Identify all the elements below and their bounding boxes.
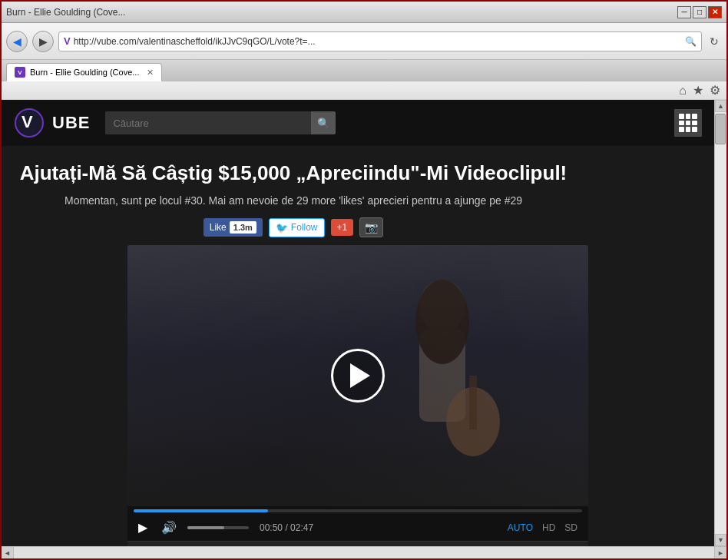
svg-point-4 <box>415 280 469 364</box>
volume-slider[interactable] <box>187 526 249 529</box>
instagram-button[interactable]: 📷 <box>359 217 383 237</box>
play-triangle-icon <box>350 363 370 388</box>
time-total: 02:47 <box>290 522 313 533</box>
logo-container: V UBE <box>14 108 90 138</box>
svg-rect-6 <box>469 376 477 429</box>
grid-dot <box>692 127 697 132</box>
social-buttons: Like 1.3m 🐦 Follow +1 📷 <box>17 217 570 237</box>
twitter-bird-icon: 🐦 <box>276 222 288 234</box>
site-header: V UBE 🔍 <box>2 100 714 146</box>
address-bar[interactable]: V http://vube.com/valentinascheffold/ikJ… <box>58 31 702 51</box>
promo-subtitle: Momentan, sunt pe locul #30. Mai am nevo… <box>17 194 570 207</box>
address-search-icon[interactable]: 🔍 <box>685 36 697 47</box>
grid-dot <box>679 114 684 119</box>
vertical-scrollbar: ▲ ▼ <box>714 100 726 546</box>
progress-bar-container <box>127 506 588 514</box>
page-content: V UBE 🔍 <box>2 100 714 546</box>
star-icon[interactable]: ★ <box>693 83 703 98</box>
quality-sd-button[interactable]: SD <box>561 521 581 535</box>
quality-hd-button[interactable]: HD <box>539 521 558 535</box>
settings-icon[interactable]: ⚙ <box>710 83 720 98</box>
forward-button[interactable]: ▶ <box>32 31 54 52</box>
grid-dot <box>692 121 697 126</box>
promo-section: Ajutați-Mă Să Câștig $15,000 „Apreciindu… <box>2 146 585 245</box>
scroll-up-arrow[interactable]: ▲ <box>715 100 726 112</box>
volume-button[interactable]: 🔊 <box>158 519 180 536</box>
scroll-right-arrow[interactable]: ► <box>714 547 726 558</box>
main-content-area: V UBE 🔍 <box>2 100 726 546</box>
grid-dot <box>692 114 697 119</box>
logo-svg: V <box>14 108 52 138</box>
instagram-icon: 📷 <box>365 221 378 234</box>
search-button[interactable]: 🔍 <box>311 111 336 134</box>
bookmark-icons: ⌂ ★ ⚙ <box>679 83 720 98</box>
scroll-thumb[interactable] <box>715 114 726 144</box>
video-player: ▶ 🔊 00:50 / 02:47 AUTO HD <box>127 245 588 546</box>
video-action-bar: 👍 👎 💬 ♥ <box>127 541 588 546</box>
active-tab[interactable]: V Burn - Ellie Goulding (Cove... ✕ <box>6 63 162 81</box>
tab-bar: V Burn - Ellie Goulding (Cove... ✕ <box>2 60 726 81</box>
refresh-button[interactable]: ↻ <box>706 34 722 49</box>
fb-like-label: Like <box>210 222 227 233</box>
address-bar-icon: V <box>64 35 71 47</box>
close-button[interactable]: ✕ <box>708 6 722 18</box>
logo-text: UBE <box>52 113 90 133</box>
promo-title: Ajutați-Mă Să Câștig $15,000 „Apreciindu… <box>17 161 570 185</box>
progress-bar[interactable] <box>134 509 582 512</box>
grid-dot <box>679 121 684 126</box>
tab-close-button[interactable]: ✕ <box>147 68 154 78</box>
time-display: 00:50 / 02:47 <box>260 522 313 533</box>
tab-label: Burn - Ellie Goulding (Cove... <box>30 68 139 77</box>
vube-logo[interactable]: V <box>14 108 52 138</box>
video-frame[interactable] <box>127 245 588 506</box>
scroll-left-arrow[interactable]: ◄ <box>2 547 14 558</box>
minimize-button[interactable]: ─ <box>677 6 691 18</box>
scroll-track[interactable] <box>715 112 726 534</box>
title-bar: Burn - Ellie Goulding (Cove... ─ □ ✕ <box>2 2 726 23</box>
scroll-down-arrow[interactable]: ▼ <box>715 534 726 546</box>
horizontal-scrollbar: ◄ ► <box>2 546 726 558</box>
grid-menu-button[interactable] <box>674 109 702 137</box>
gplus-label: +1 <box>337 222 348 233</box>
progress-fill <box>134 509 268 512</box>
volume-fill <box>187 526 224 529</box>
window-title: Burn - Ellie Goulding (Cove... <box>6 7 125 18</box>
fb-count: 1.3m <box>230 221 256 234</box>
grid-dot <box>686 121 691 126</box>
tw-follow-label: Follow <box>291 222 318 233</box>
video-controls: ▶ 🔊 00:50 / 02:47 AUTO HD <box>127 514 588 541</box>
browser-window: Burn - Ellie Goulding (Cove... ─ □ ✕ ◀ ▶… <box>0 0 728 560</box>
search-input[interactable] <box>105 111 311 134</box>
quality-auto-button[interactable]: AUTO <box>505 521 536 535</box>
time-current: 00:50 <box>260 522 283 533</box>
maximize-button[interactable]: □ <box>693 6 706 18</box>
title-bar-left: Burn - Ellie Goulding (Cove... <box>6 7 125 18</box>
grid-dot <box>686 114 691 119</box>
google-plus-button[interactable]: +1 <box>331 219 354 236</box>
browser-toolbar: ◀ ▶ V http://vube.com/valentinascheffold… <box>2 23 726 60</box>
facebook-like-button[interactable]: Like 1.3m <box>204 218 263 237</box>
title-bar-buttons: ─ □ ✕ <box>677 6 722 18</box>
quality-buttons: AUTO HD SD <box>505 521 581 535</box>
tab-favicon: V <box>15 67 25 78</box>
svg-text:V: V <box>22 112 33 131</box>
play-button-overlay[interactable] <box>331 349 385 403</box>
twitter-follow-button[interactable]: 🐦 Follow <box>269 218 325 237</box>
search-container: 🔍 <box>105 111 336 134</box>
grid-dot <box>679 127 684 132</box>
grid-dot <box>686 127 691 132</box>
address-text: http://vube.com/valentinascheffold/ikJJv… <box>74 36 682 47</box>
bookmark-bar: ⌂ ★ ⚙ <box>2 81 726 100</box>
play-pause-button[interactable]: ▶ <box>135 519 151 536</box>
home-icon[interactable]: ⌂ <box>679 84 687 98</box>
back-button[interactable]: ◀ <box>6 31 28 52</box>
